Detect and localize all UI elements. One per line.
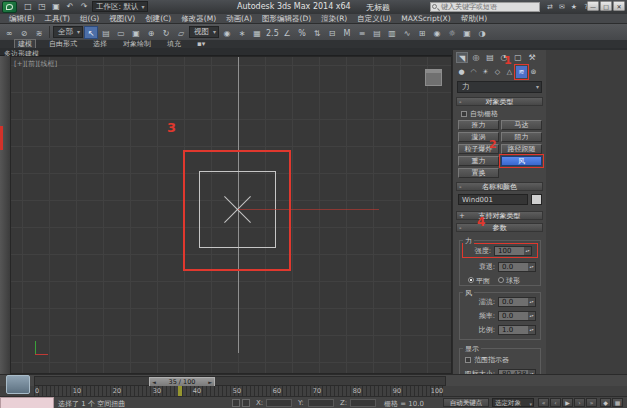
menu-maxscript[interactable]: MAXScript(X) bbox=[396, 14, 455, 23]
object-type-rollout[interactable]: -对象类型 bbox=[456, 97, 543, 106]
layer-manager-icon[interactable]: ▤ bbox=[370, 26, 384, 39]
minimize-button[interactable]: — bbox=[587, 1, 599, 11]
menu-customize[interactable]: 自定义(U) bbox=[352, 14, 396, 24]
next-frame-button[interactable]: › bbox=[574, 398, 585, 407]
search-input[interactable]: 键入关键字或短语 bbox=[430, 2, 540, 12]
select-and-scale-icon[interactable]: ▱ bbox=[174, 26, 188, 39]
render-setup-icon[interactable]: ☼ bbox=[445, 26, 459, 39]
drag-button[interactable]: 阻力 bbox=[501, 132, 542, 142]
track-bar[interactable]: 010 2030 4050 6070 8090 100 bbox=[0, 386, 627, 396]
select-by-name-icon[interactable]: ▤ bbox=[99, 26, 113, 39]
time-slider-track[interactable]: ◄ 35 / 100 ► bbox=[34, 376, 446, 386]
maximize-button[interactable]: □ bbox=[600, 1, 612, 11]
keyboard-override-icon[interactable]: ▦ bbox=[250, 26, 264, 39]
communication-icon[interactable]: ✉ bbox=[557, 2, 567, 12]
helpers-category-icon[interactable]: △ bbox=[504, 66, 515, 78]
strength-spinner[interactable]: 100 bbox=[494, 246, 532, 256]
object-color-swatch[interactable] bbox=[531, 194, 542, 205]
named-selection-sets-icon[interactable]: ⊟ bbox=[325, 26, 339, 39]
z-coordinate-field[interactable] bbox=[350, 399, 376, 407]
ribbon-tab-populate[interactable]: 填充 bbox=[164, 40, 184, 48]
spherical-radio-row[interactable]: 球形 bbox=[498, 276, 520, 286]
ribbon-overflow-button[interactable]: ▪▾ bbox=[194, 40, 208, 48]
sign-in-icon[interactable]: ⇄ bbox=[545, 2, 555, 12]
new-scene-icon[interactable]: □ bbox=[22, 1, 34, 12]
menu-create[interactable]: 创建(C) bbox=[140, 14, 176, 24]
use-pivot-center-icon[interactable]: ◉ bbox=[220, 26, 234, 39]
hierarchy-tab-icon[interactable]: ▤ bbox=[484, 52, 496, 63]
path-follow-button[interactable]: 路径跟随 bbox=[501, 144, 542, 154]
app-button[interactable] bbox=[2, 1, 17, 13]
window-crossing-icon[interactable]: ▣ bbox=[129, 26, 143, 39]
trackbar-corner-button[interactable] bbox=[6, 375, 30, 394]
selection-filter-dropdown[interactable]: 全部 ▾ bbox=[53, 26, 83, 38]
menu-group[interactable]: 组(G) bbox=[75, 14, 104, 24]
space-warps-category-icon[interactable]: ≋ bbox=[516, 66, 527, 78]
autogrid-checkbox[interactable] bbox=[461, 111, 467, 117]
shapes-category-icon[interactable]: ◠ bbox=[468, 66, 479, 78]
modify-tab-icon[interactable]: ◎ bbox=[470, 52, 482, 63]
redo-icon[interactable]: ↷ bbox=[78, 1, 90, 12]
select-object-icon[interactable]: ↖ bbox=[84, 26, 98, 39]
turbulence-spinner[interactable]: 0.0 bbox=[498, 297, 536, 307]
ribbon-toggle-icon[interactable]: ▥ bbox=[385, 26, 399, 39]
selection-lock-icon[interactable] bbox=[242, 399, 250, 407]
curve-editor-icon[interactable]: ∿ bbox=[400, 26, 414, 39]
push-button[interactable]: 推力 bbox=[458, 120, 499, 130]
force-category-dropdown[interactable]: 力 ▾ bbox=[457, 81, 542, 93]
scale-spinner[interactable]: 1.0 bbox=[498, 325, 536, 335]
open-file-icon[interactable]: ◳ bbox=[36, 1, 48, 12]
schematic-view-icon[interactable]: ⊞ bbox=[415, 26, 429, 39]
parameters-rollout[interactable]: -参数 bbox=[456, 223, 543, 232]
go-to-end-button[interactable]: » bbox=[586, 398, 597, 407]
go-to-start-button[interactable]: « bbox=[538, 398, 549, 407]
menu-graph-editors[interactable]: 图形编辑器(D) bbox=[257, 14, 316, 24]
prev-frame-arrow[interactable]: ◄ bbox=[152, 379, 156, 385]
x-coordinate-field[interactable] bbox=[266, 399, 292, 407]
rendered-frame-icon[interactable]: ▣ bbox=[460, 26, 474, 39]
wind-button[interactable]: 风 bbox=[501, 156, 542, 166]
y-coordinate-field[interactable] bbox=[308, 399, 334, 407]
render-production-icon[interactable]: ◑ bbox=[475, 26, 489, 39]
menu-rendering[interactable]: 渲染(R) bbox=[316, 14, 352, 24]
spinner-snap-icon[interactable]: ⇅ bbox=[310, 26, 324, 39]
favorites-icon[interactable]: ★ bbox=[569, 2, 579, 12]
front-viewport[interactable]: [+][前][线框] 3 bbox=[10, 56, 452, 374]
select-and-link-icon[interactable]: ∞ bbox=[2, 26, 16, 39]
key-mode-button[interactable]: ◆ bbox=[600, 398, 611, 407]
menu-help[interactable]: 帮助(H) bbox=[456, 14, 493, 24]
geometry-category-icon[interactable]: ● bbox=[456, 66, 467, 78]
close-button[interactable]: ✕ bbox=[613, 1, 625, 11]
previous-frame-button[interactable]: ‹ bbox=[550, 398, 561, 407]
motor-button[interactable]: 马达 bbox=[501, 120, 542, 130]
select-and-rotate-icon[interactable]: ↻ bbox=[159, 26, 173, 39]
snap-toggle-icon[interactable]: 2.5 bbox=[265, 26, 279, 39]
cameras-category-icon[interactable]: ◇ bbox=[492, 66, 503, 78]
material-editor-icon[interactable]: ◉ bbox=[430, 26, 444, 39]
frequency-spinner[interactable]: 0.0 bbox=[498, 311, 536, 321]
play-button[interactable]: ▶ bbox=[562, 398, 573, 407]
isolate-toggle-icon[interactable] bbox=[232, 399, 240, 407]
angle-snap-icon[interactable]: ∠ bbox=[280, 26, 294, 39]
menu-edit[interactable]: 编辑(E) bbox=[4, 14, 40, 24]
displace-button[interactable]: 置换 bbox=[458, 168, 499, 178]
bind-to-space-warp-icon[interactable]: ≋ bbox=[32, 26, 46, 39]
planar-radio-row[interactable]: 平面 bbox=[468, 276, 490, 286]
align-icon[interactable]: ≡ bbox=[355, 26, 369, 39]
viewcube[interactable] bbox=[425, 69, 442, 86]
workspace-dropdown[interactable]: 工作区: 默认 ▾ bbox=[92, 1, 148, 12]
viewport-label[interactable]: [+][前][线框] bbox=[14, 59, 57, 69]
ribbon-tab-object-paint[interactable]: 对象绘制 bbox=[120, 40, 154, 48]
menu-modifiers[interactable]: 修改器(M) bbox=[176, 14, 221, 24]
undo-icon[interactable]: ↶ bbox=[64, 1, 76, 12]
supports-objects-rollout[interactable]: +支持对象类型 bbox=[456, 211, 543, 220]
display-tab-icon[interactable]: ▢ bbox=[512, 52, 524, 63]
menu-tools[interactable]: 工具(T) bbox=[40, 14, 75, 24]
range-indicators-checkbox[interactable] bbox=[465, 357, 471, 363]
save-file-icon[interactable]: ▣ bbox=[50, 1, 62, 12]
create-tab-icon[interactable]: ◥ bbox=[456, 52, 468, 63]
decay-spinner[interactable]: 0.0 bbox=[498, 262, 536, 272]
lights-category-icon[interactable]: ☀ bbox=[480, 66, 491, 78]
reference-coordinate-dropdown[interactable]: 视图 ▾ bbox=[189, 26, 219, 38]
gravity-button[interactable]: 重力 bbox=[458, 156, 499, 166]
